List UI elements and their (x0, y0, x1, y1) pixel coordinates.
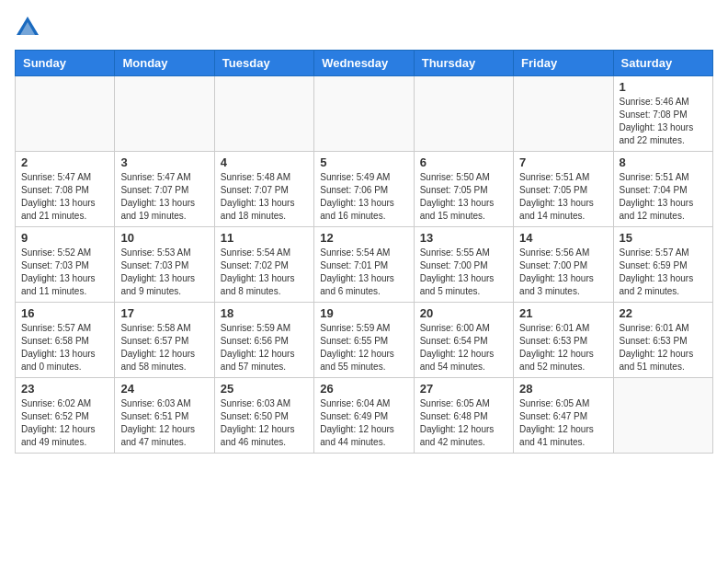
calendar-header-thursday: Thursday (414, 51, 513, 76)
day-number: 21 (519, 306, 607, 320)
day-info: Sunrise: 5:47 AM Sunset: 7:08 PM Dayligh… (21, 171, 108, 223)
calendar-week-4: 16Sunrise: 5:57 AM Sunset: 6:58 PM Dayli… (16, 303, 713, 378)
day-info: Sunrise: 5:48 AM Sunset: 7:07 PM Dayligh… (221, 171, 308, 223)
day-number: 26 (320, 382, 407, 396)
day-info: Sunrise: 6:03 AM Sunset: 6:50 PM Dayligh… (221, 397, 308, 449)
day-info: Sunrise: 5:59 AM Sunset: 6:56 PM Dayligh… (221, 322, 308, 373)
day-info: Sunrise: 5:54 AM Sunset: 7:01 PM Dayligh… (320, 247, 407, 298)
day-info: Sunrise: 5:55 AM Sunset: 7:00 PM Dayligh… (420, 247, 507, 298)
calendar-header-monday: Monday (115, 51, 214, 76)
calendar-header-tuesday: Tuesday (214, 51, 313, 76)
day-info: Sunrise: 5:56 AM Sunset: 7:00 PM Dayligh… (519, 247, 607, 298)
day-number: 17 (120, 306, 208, 320)
calendar-cell (514, 76, 613, 152)
day-number: 8 (620, 155, 707, 169)
day-number: 6 (420, 155, 507, 169)
calendar-cell: 18Sunrise: 5:59 AM Sunset: 6:56 PM Dayli… (214, 303, 313, 378)
day-number: 7 (519, 155, 607, 169)
calendar-cell: 14Sunrise: 5:56 AM Sunset: 7:00 PM Dayli… (514, 227, 613, 303)
day-number: 20 (420, 306, 507, 320)
calendar-cell: 25Sunrise: 6:03 AM Sunset: 6:50 PM Dayli… (214, 378, 313, 454)
calendar-cell: 20Sunrise: 6:00 AM Sunset: 6:54 PM Dayli… (414, 303, 513, 378)
calendar-cell: 12Sunrise: 5:54 AM Sunset: 7:01 PM Dayli… (314, 227, 414, 303)
calendar-cell: 17Sunrise: 5:58 AM Sunset: 6:57 PM Dayli… (115, 303, 214, 378)
calendar-header-saturday: Saturday (613, 51, 712, 76)
day-info: Sunrise: 5:59 AM Sunset: 6:55 PM Dayligh… (320, 322, 407, 373)
day-number: 28 (519, 382, 607, 396)
calendar-cell: 22Sunrise: 6:01 AM Sunset: 6:53 PM Dayli… (613, 303, 712, 378)
calendar-cell: 27Sunrise: 6:05 AM Sunset: 6:48 PM Dayli… (414, 378, 513, 454)
calendar-cell: 7Sunrise: 5:51 AM Sunset: 7:05 PM Daylig… (514, 152, 613, 227)
calendar-cell: 16Sunrise: 5:57 AM Sunset: 6:58 PM Dayli… (16, 303, 115, 378)
day-info: Sunrise: 5:49 AM Sunset: 7:06 PM Dayligh… (320, 171, 407, 223)
calendar-cell: 19Sunrise: 5:59 AM Sunset: 6:55 PM Dayli… (314, 303, 414, 378)
calendar-cell (613, 378, 712, 454)
calendar-week-3: 9Sunrise: 5:52 AM Sunset: 7:03 PM Daylig… (16, 227, 713, 303)
calendar-cell (115, 76, 214, 152)
calendar-header-sunday: Sunday (16, 51, 115, 76)
day-info: Sunrise: 5:54 AM Sunset: 7:02 PM Dayligh… (221, 247, 308, 298)
day-info: Sunrise: 5:46 AM Sunset: 7:08 PM Dayligh… (620, 96, 707, 147)
calendar-cell (16, 76, 115, 152)
calendar-cell: 23Sunrise: 6:02 AM Sunset: 6:52 PM Dayli… (16, 378, 115, 454)
day-number: 9 (21, 231, 108, 245)
day-info: Sunrise: 5:57 AM Sunset: 6:58 PM Dayligh… (21, 322, 108, 373)
calendar-header-friday: Friday (514, 51, 613, 76)
day-info: Sunrise: 5:57 AM Sunset: 6:59 PM Dayligh… (620, 247, 707, 298)
day-number: 18 (221, 306, 308, 320)
calendar-cell: 28Sunrise: 6:05 AM Sunset: 6:47 PM Dayli… (514, 378, 613, 454)
day-number: 16 (21, 306, 108, 320)
calendar-cell: 24Sunrise: 6:03 AM Sunset: 6:51 PM Dayli… (115, 378, 214, 454)
day-number: 11 (221, 231, 308, 245)
day-info: Sunrise: 5:58 AM Sunset: 6:57 PM Dayligh… (120, 322, 208, 373)
calendar-cell: 9Sunrise: 5:52 AM Sunset: 7:03 PM Daylig… (16, 227, 115, 303)
day-info: Sunrise: 6:03 AM Sunset: 6:51 PM Dayligh… (120, 397, 208, 449)
day-info: Sunrise: 6:00 AM Sunset: 6:54 PM Dayligh… (420, 322, 507, 373)
day-number: 27 (420, 382, 507, 396)
calendar-cell: 8Sunrise: 5:51 AM Sunset: 7:04 PM Daylig… (613, 152, 712, 227)
day-info: Sunrise: 5:50 AM Sunset: 7:05 PM Dayligh… (420, 171, 507, 223)
day-number: 14 (519, 231, 607, 245)
calendar-cell: 2Sunrise: 5:47 AM Sunset: 7:08 PM Daylig… (16, 152, 115, 227)
calendar-cell (414, 76, 513, 152)
day-number: 25 (221, 382, 308, 396)
day-info: Sunrise: 6:02 AM Sunset: 6:52 PM Dayligh… (21, 397, 108, 449)
calendar-cell: 13Sunrise: 5:55 AM Sunset: 7:00 PM Dayli… (414, 227, 513, 303)
day-info: Sunrise: 6:01 AM Sunset: 6:53 PM Dayligh… (620, 322, 707, 373)
calendar-header-wednesday: Wednesday (314, 51, 414, 76)
calendar-cell: 4Sunrise: 5:48 AM Sunset: 7:07 PM Daylig… (214, 152, 313, 227)
day-number: 24 (120, 382, 208, 396)
day-info: Sunrise: 5:52 AM Sunset: 7:03 PM Dayligh… (21, 247, 108, 298)
day-info: Sunrise: 6:01 AM Sunset: 6:53 PM Dayligh… (519, 322, 607, 373)
calendar-cell: 11Sunrise: 5:54 AM Sunset: 7:02 PM Dayli… (214, 227, 313, 303)
day-number: 2 (21, 155, 108, 169)
calendar-cell (214, 76, 313, 152)
day-info: Sunrise: 5:53 AM Sunset: 7:03 PM Dayligh… (120, 247, 208, 298)
calendar-table: SundayMondayTuesdayWednesdayThursdayFrid… (15, 50, 713, 454)
day-number: 3 (120, 155, 208, 169)
day-number: 22 (620, 306, 707, 320)
calendar-cell: 10Sunrise: 5:53 AM Sunset: 7:03 PM Dayli… (115, 227, 214, 303)
logo-icon (15, 15, 40, 40)
day-info: Sunrise: 5:51 AM Sunset: 7:04 PM Dayligh… (620, 171, 707, 223)
day-info: Sunrise: 6:05 AM Sunset: 6:48 PM Dayligh… (420, 397, 507, 449)
day-info: Sunrise: 6:04 AM Sunset: 6:49 PM Dayligh… (320, 397, 407, 449)
page-header (15, 15, 713, 40)
day-number: 13 (420, 231, 507, 245)
day-number: 19 (320, 306, 407, 320)
day-info: Sunrise: 5:51 AM Sunset: 7:05 PM Dayligh… (519, 171, 607, 223)
day-info: Sunrise: 6:05 AM Sunset: 6:47 PM Dayligh… (519, 397, 607, 449)
day-number: 5 (320, 155, 407, 169)
calendar-cell: 21Sunrise: 6:01 AM Sunset: 6:53 PM Dayli… (514, 303, 613, 378)
calendar-week-1: 1Sunrise: 5:46 AM Sunset: 7:08 PM Daylig… (16, 76, 713, 152)
calendar-cell: 5Sunrise: 5:49 AM Sunset: 7:06 PM Daylig… (314, 152, 414, 227)
calendar-cell: 26Sunrise: 6:04 AM Sunset: 6:49 PM Dayli… (314, 378, 414, 454)
calendar-header-row: SundayMondayTuesdayWednesdayThursdayFrid… (16, 51, 713, 76)
day-info: Sunrise: 5:47 AM Sunset: 7:07 PM Dayligh… (120, 171, 208, 223)
logo (15, 15, 44, 40)
calendar-cell (314, 76, 414, 152)
day-number: 12 (320, 231, 407, 245)
calendar-cell: 15Sunrise: 5:57 AM Sunset: 6:59 PM Dayli… (613, 227, 712, 303)
day-number: 4 (221, 155, 308, 169)
calendar-week-2: 2Sunrise: 5:47 AM Sunset: 7:08 PM Daylig… (16, 152, 713, 227)
